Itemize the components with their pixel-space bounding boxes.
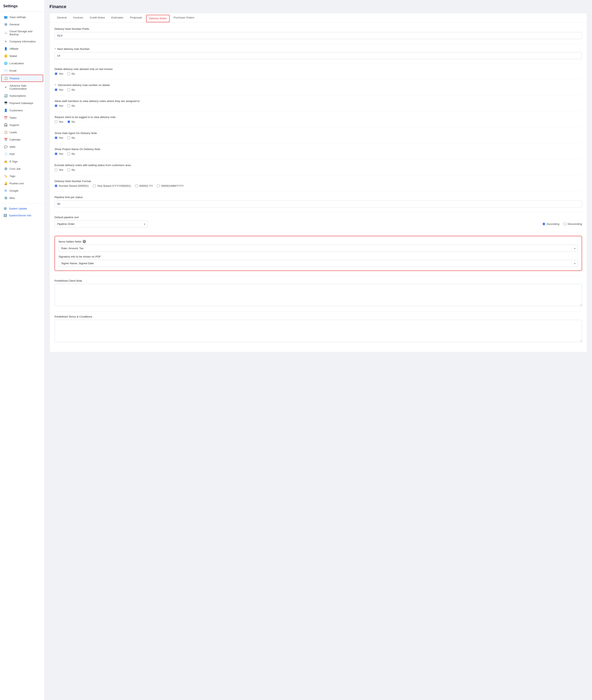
descending-option[interactable]: Descending xyxy=(563,223,582,226)
number-format-number-based[interactable]: Number Based (000001) xyxy=(54,184,89,187)
exclude-waiting-no-option[interactable]: No xyxy=(67,168,75,171)
tab-credit-notes[interactable]: Credit Notes xyxy=(87,13,108,22)
tabs-bar: General Invoices Credit Notes Estimates … xyxy=(50,13,587,22)
help-icon-next: ? xyxy=(54,47,56,50)
sidebar-item-sms[interactable]: 💬 SMS xyxy=(0,143,44,150)
allow-staff-no-option[interactable]: No xyxy=(67,104,75,107)
next-delivery-note-input[interactable] xyxy=(54,52,582,59)
delete-no-radio[interactable] xyxy=(67,72,70,75)
tab-proposals[interactable]: Proposals xyxy=(127,13,145,22)
sidebar-item-localization[interactable]: 🌐 Localization xyxy=(0,60,44,67)
items-hidden-fields-select[interactable]: Rate, Amount, Tax xyxy=(59,245,578,252)
sidebar-item-finance[interactable]: 📋 Finance xyxy=(1,75,43,82)
sidebar-item-wallet[interactable]: 🪙 Wallet xyxy=(0,52,44,60)
sidebar-item-google[interactable]: G Google xyxy=(0,187,44,194)
sidebar-item-leads[interactable]: 📋 Leads xyxy=(0,129,44,136)
require-client-no-option[interactable]: No xyxy=(67,120,75,123)
sidebar-item-subscriptions[interactable]: 🔄 Subscriptions xyxy=(0,92,44,99)
sidebar-item-affiliate[interactable]: 👤 Affiliate xyxy=(0,45,44,52)
email-icon: ✉️ xyxy=(4,69,7,73)
decrement-no-radio[interactable] xyxy=(67,88,70,91)
number-format-000001-yy-radio[interactable] xyxy=(135,184,138,187)
predefined-terms-textarea[interactable] xyxy=(54,320,582,342)
number-format-000001-mmyyyy-radio[interactable] xyxy=(157,184,160,187)
descending-label: Descending xyxy=(568,223,582,226)
delete-yes-option[interactable]: Yes xyxy=(54,72,63,75)
delete-on-last-invoice-section: Delete delivery note allowed only on las… xyxy=(54,67,582,75)
sidebar-item-cloud-storage[interactable]: ☁️ Cloud Storage and Backup xyxy=(0,28,44,38)
delete-no-option[interactable]: No xyxy=(67,72,75,75)
sidebar-item-label: System/Server Info xyxy=(9,214,32,217)
sort-direction-group: Ascending Descending xyxy=(542,223,582,226)
show-sale-agent-no-option[interactable]: No xyxy=(67,136,75,139)
show-sale-agent-no-radio[interactable] xyxy=(67,136,70,139)
sidebar-item-system-update[interactable]: ⚙️ System Update xyxy=(0,205,44,212)
number-format-year-based[interactable]: Year Based (YYYY/000001) xyxy=(93,184,131,187)
require-client-login-section: Require client to be logged in to view d… xyxy=(54,115,582,123)
sidebar-item-misc[interactable]: ⚙️ Misc xyxy=(0,194,44,201)
show-project-name-no-option[interactable]: No xyxy=(67,152,75,155)
allow-staff-no-radio[interactable] xyxy=(67,104,70,107)
sidebar-item-email[interactable]: ✉️ Email xyxy=(0,67,44,74)
require-client-yes-option[interactable]: Yes xyxy=(54,120,63,123)
sidebar-item-pusher[interactable]: 🔔 Pusher.com xyxy=(0,180,44,187)
sidebar-item-cron-job[interactable]: ⚙️ Cron Job xyxy=(0,165,44,172)
decrement-no-option[interactable]: No xyxy=(67,88,75,91)
tab-delivery-notes[interactable]: Delivery Notes xyxy=(146,15,169,22)
sidebar-item-e-sign[interactable]: ✍️ E-Sign xyxy=(0,158,44,165)
pipeline-sort-select[interactable]: Pipeline Order xyxy=(54,221,148,228)
sidebar-item-tags[interactable]: 🏷️ Tags xyxy=(0,172,44,180)
tab-estimates[interactable]: Estimates xyxy=(108,13,127,22)
sidebar-item-tasks[interactable]: ⏰ Tasks xyxy=(0,114,44,121)
number-format-000001-yy[interactable]: 000001-YY xyxy=(135,184,153,187)
ascending-radio[interactable] xyxy=(542,223,545,226)
predefined-client-note-section: Predefined Client Note xyxy=(54,279,582,307)
decrement-yes-option[interactable]: Yes xyxy=(54,88,63,91)
sidebar-item-general[interactable]: ⚙️ General xyxy=(0,21,44,28)
sidebar-item-customers[interactable]: 👤 Customers xyxy=(0,107,44,114)
exclude-waiting-yes-option[interactable]: Yes xyxy=(54,168,63,171)
number-format-000001-mmyyyy[interactable]: 000001/MM/YYYY xyxy=(157,184,184,187)
sidebar-item-company-information[interactable]: ≡ Company Information xyxy=(0,38,44,45)
finance-icon: 📋 xyxy=(4,77,8,80)
show-sale-agent-yes-option[interactable]: Yes xyxy=(54,136,63,139)
tab-general[interactable]: General xyxy=(54,13,70,22)
sidebar-item-calendar[interactable]: 📅 Calendar xyxy=(0,136,44,143)
allow-staff-label: Allow staff members to view delivery not… xyxy=(54,100,582,103)
decrement-yes-radio[interactable] xyxy=(54,88,58,91)
show-sale-agent-yes-radio[interactable] xyxy=(54,136,58,139)
show-project-name-yes-option[interactable]: Yes xyxy=(54,152,63,155)
sidebar-item-saas-settings[interactable]: 👥 Saas settings xyxy=(0,13,44,21)
predefined-client-note-label: Predefined Client Note xyxy=(54,279,582,282)
sidebar-item-pdf[interactable]: 📄 PDF xyxy=(0,150,44,158)
show-project-name-yes-radio[interactable] xyxy=(54,152,58,155)
sidebar-item-advance-sale[interactable]: ≡ Advance Sale Customization xyxy=(0,82,44,92)
next-delivery-note-label: ? Next delivery note Number xyxy=(54,47,582,50)
highlight-box: Items hidden fields ? Rate, Amount, Tax … xyxy=(54,236,582,271)
predefined-client-note-textarea[interactable] xyxy=(54,284,582,306)
tab-invoices[interactable]: Invoices xyxy=(70,13,87,22)
signatory-info-select[interactable]: Signer Name, Signed Date xyxy=(59,260,578,267)
content-card: General Invoices Credit Notes Estimates … xyxy=(49,13,587,352)
ascending-option[interactable]: Ascending xyxy=(542,223,559,226)
sidebar-item-label: PDF xyxy=(9,153,15,156)
show-project-name-no-radio[interactable] xyxy=(67,152,70,155)
tab-purchase-orders[interactable]: Purchase Orders xyxy=(170,13,198,22)
delete-yes-radio[interactable] xyxy=(54,72,58,75)
sidebar-item-payment-gateways[interactable]: 🖥️ Payment Gateways xyxy=(0,99,44,107)
sidebar-item-server-info[interactable]: ℹ️ System/Server Info xyxy=(0,212,44,219)
require-client-no-radio[interactable] xyxy=(67,120,70,123)
exclude-waiting-yes-radio[interactable] xyxy=(54,168,58,171)
e-sign-icon: ✍️ xyxy=(4,159,7,163)
number-format-number-based-radio[interactable] xyxy=(54,184,58,187)
pipeline-limit-input[interactable] xyxy=(54,200,582,207)
sidebar-item-support[interactable]: 🎧 Support xyxy=(0,121,44,129)
help-icon-items-hidden[interactable]: ? xyxy=(83,240,86,243)
require-client-yes-radio[interactable] xyxy=(54,120,58,123)
exclude-waiting-no-radio[interactable] xyxy=(67,168,70,171)
allow-staff-yes-radio[interactable] xyxy=(54,104,58,107)
descending-radio[interactable] xyxy=(563,223,566,226)
delivery-note-prefix-input[interactable] xyxy=(54,32,582,39)
number-format-year-based-radio[interactable] xyxy=(93,184,96,187)
allow-staff-yes-option[interactable]: Yes xyxy=(54,104,63,107)
